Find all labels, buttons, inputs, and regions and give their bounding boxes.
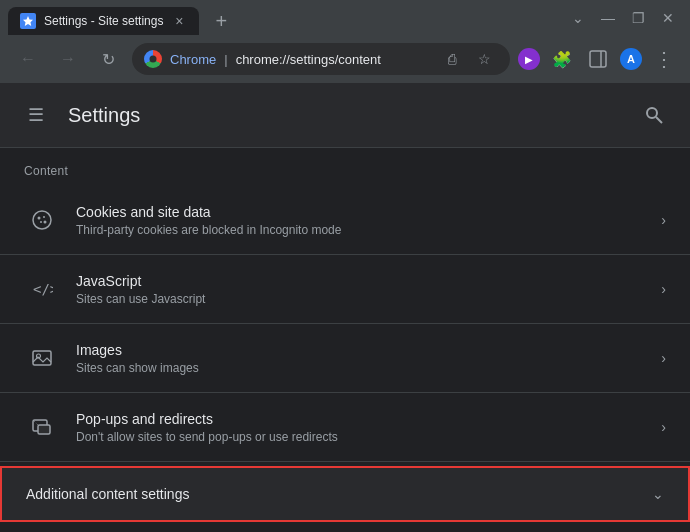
url-bar[interactable]: Chrome | chrome://settings/content ⎙ ☆ [132,43,510,75]
popups-subtitle: Don't allow sites to send pop-ups or use… [76,430,645,444]
additional-content-settings-item[interactable]: Additional content settings ⌄ [0,466,690,522]
javascript-arrow-icon: › [661,281,666,297]
svg-rect-13 [38,425,50,434]
sidebar-toggle-icon[interactable] [584,45,612,73]
bookmark-icon[interactable]: ☆ [470,45,498,73]
close-window-button[interactable]: ✕ [654,4,682,32]
images-icon [24,340,60,376]
images-setting-item[interactable]: Images Sites can show images › [0,324,690,393]
tab-title: Settings - Site settings [44,14,163,28]
additional-settings-title: Additional content settings [26,486,652,502]
javascript-title: JavaScript [76,273,645,289]
share-icon[interactable]: ⎙ [438,45,466,73]
url-text: chrome://settings/content [236,52,430,67]
svg-rect-10 [33,351,51,365]
new-tab-button[interactable]: + [207,7,235,35]
titlebar: Settings - Site settings × + ⌄ — ❐ ✕ [0,0,690,35]
forward-button[interactable]: → [52,43,84,75]
svg-point-7 [40,221,42,223]
search-icon [644,105,664,125]
popups-item-text: Pop-ups and redirects Don't allow sites … [76,411,645,444]
images-subtitle: Sites can show images [76,361,645,375]
popups-arrow-icon: › [661,419,666,435]
svg-point-8 [44,221,47,224]
svg-point-2 [647,108,657,118]
svg-rect-0 [590,51,606,67]
chevron-down-icon[interactable]: ⌄ [564,4,592,32]
popups-title: Pop-ups and redirects [76,411,645,427]
cookies-setting-item[interactable]: Cookies and site data Third-party cookie… [0,186,690,255]
tab-favicon [20,13,36,29]
minimize-button[interactable]: — [594,4,622,32]
settings-title: Settings [68,104,140,127]
refresh-button[interactable]: ↻ [92,43,124,75]
profile-avatar[interactable]: A [620,48,642,70]
url-chrome-label: Chrome [170,52,216,67]
cookies-arrow-icon: › [661,212,666,228]
content-section-label: Content [0,148,690,186]
settings-container: ☰ Settings Content [0,83,690,532]
cookies-title: Cookies and site data [76,204,645,220]
hamburger-menu-button[interactable]: ☰ [20,99,52,131]
javascript-setting-item[interactable]: </> JavaScript Sites can use Javascript … [0,255,690,324]
svg-point-6 [43,216,45,218]
chevron-down-icon: ⌄ [652,486,664,502]
images-title: Images [76,342,645,358]
window-controls: ⌄ — ❐ ✕ [564,4,682,32]
javascript-item-text: JavaScript Sites can use Javascript [76,273,645,306]
cookies-subtitle: Third-party cookies are blocked in Incog… [76,223,645,237]
javascript-icon: </> [24,271,60,307]
more-menu-button[interactable]: ⋮ [650,45,678,73]
active-tab[interactable]: Settings - Site settings × [8,7,199,35]
url-action-icons: ⎙ ☆ [438,45,498,73]
svg-line-3 [656,117,662,123]
svg-text:</>: </> [33,281,53,297]
svg-point-5 [38,217,41,220]
images-arrow-icon: › [661,350,666,366]
extensions-icon[interactable]: 🧩 [548,45,576,73]
cookie-icon [24,202,60,238]
settings-search-button[interactable] [638,99,670,131]
url-separator: | [224,52,227,67]
back-button[interactable]: ← [12,43,44,75]
popups-setting-item[interactable]: Pop-ups and redirects Don't allow sites … [0,393,690,462]
tab-area: Settings - Site settings × + [8,0,564,35]
javascript-subtitle: Sites can use Javascript [76,292,645,306]
images-item-text: Images Sites can show images [76,342,645,375]
addressbar: ← → ↻ Chrome | chrome://settings/content… [0,35,690,83]
svg-point-4 [33,211,51,229]
cookies-item-text: Cookies and site data Third-party cookie… [76,204,645,237]
settings-main: ☰ Settings Content [0,83,690,532]
popup-icon [24,409,60,445]
settings-header: ☰ Settings [0,83,690,148]
maximize-button[interactable]: ❐ [624,4,652,32]
media-button[interactable]: ▶ [518,48,540,70]
play-triangle-icon: ▶ [525,54,533,65]
tab-close-button[interactable]: × [171,13,187,29]
chrome-logo-icon [144,50,162,68]
